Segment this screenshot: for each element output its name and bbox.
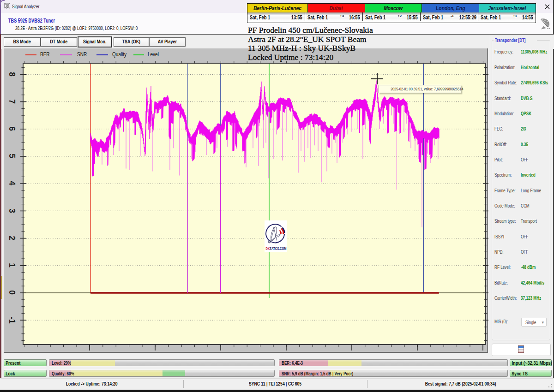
svg-text:DXSATCS.COM: DXSATCS.COM xyxy=(266,246,287,251)
